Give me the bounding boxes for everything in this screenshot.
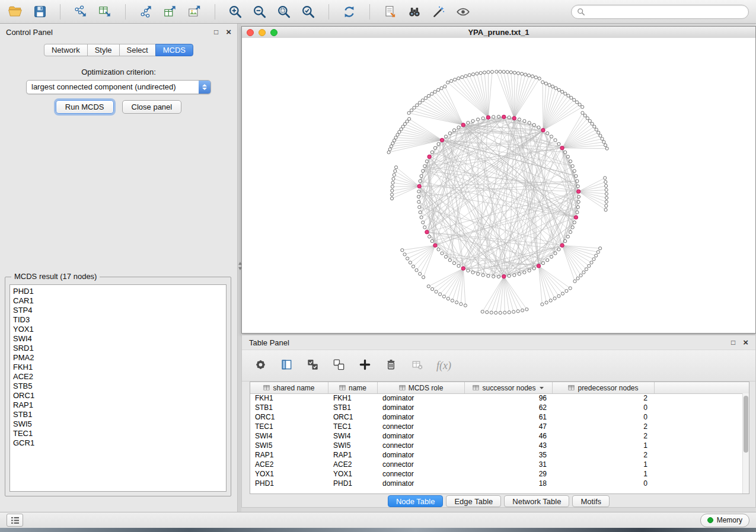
zoom-out-icon[interactable]	[251, 4, 268, 20]
table-cell[interactable]: ORC1	[328, 412, 378, 422]
table-cell[interactable]: 18	[465, 479, 553, 488]
table-cell[interactable]: PHD1	[328, 479, 378, 488]
table-cell[interactable]: 1	[553, 469, 655, 479]
tab-network-table[interactable]: Network Table	[504, 495, 569, 507]
table-cell[interactable]: PHD1	[250, 479, 328, 488]
column-header-mcds-role[interactable]: MCDS role	[378, 382, 465, 393]
table-cell[interactable]: dominator	[378, 403, 465, 412]
table-cell[interactable]: connector	[378, 422, 465, 431]
export-network-icon[interactable]	[138, 4, 154, 20]
table-cell[interactable]: 0	[553, 412, 655, 422]
open-icon[interactable]	[7, 4, 24, 20]
table-cell[interactable]: TEC1	[250, 422, 328, 431]
mcds-result-item[interactable]: SWI5	[13, 419, 226, 429]
maximize-window-icon[interactable]	[270, 29, 277, 36]
table-cell[interactable]: FKH1	[250, 393, 328, 403]
table-cell[interactable]: RAP1	[250, 450, 328, 460]
table-row[interactable]: PHD1PHD1dominator180	[250, 479, 742, 488]
table-cell[interactable]: YOX1	[328, 469, 378, 479]
delete-icon[interactable]	[384, 358, 398, 374]
mcds-result-item[interactable]: SWI4	[13, 334, 226, 344]
table-cell[interactable]: 96	[465, 393, 553, 403]
network-window-titlebar[interactable]: YPA_prune.txt_1	[242, 27, 755, 39]
import-table-icon[interactable]	[97, 4, 113, 20]
table-cell[interactable]: STB1	[328, 403, 378, 412]
tab-edge-table[interactable]: Edge Table	[446, 495, 501, 507]
mcds-result-item[interactable]: ACE2	[13, 372, 226, 382]
mcds-result-item[interactable]: STP4	[13, 306, 226, 315]
table-cell[interactable]: SWI4	[328, 431, 378, 441]
refresh-icon[interactable]	[341, 4, 358, 20]
table-scrollbar[interactable]	[742, 393, 749, 493]
table-cell[interactable]: 2	[553, 422, 655, 431]
mcds-result-item[interactable]: TEC1	[13, 429, 226, 438]
table-cell[interactable]: 46	[465, 431, 553, 441]
close-panel-icon[interactable]: ×	[226, 28, 231, 36]
table-cell[interactable]: ACE2	[250, 460, 328, 469]
export-table-icon[interactable]	[162, 4, 178, 20]
share-document-icon[interactable]	[382, 4, 398, 20]
column-header-successor-nodes[interactable]: successor nodes	[465, 382, 553, 393]
zoom-fit-icon[interactable]	[276, 4, 292, 20]
add-column-icon[interactable]	[358, 358, 372, 374]
tab-motifs[interactable]: Motifs	[572, 495, 610, 507]
table-row[interactable]: TEC1TEC1connector472	[250, 422, 742, 431]
float-panel-icon[interactable]: □	[214, 28, 218, 36]
network-graph[interactable]	[242, 38, 755, 333]
table-cell[interactable]: STB1	[250, 403, 328, 412]
panel-splitter[interactable]	[237, 24, 241, 512]
tab-network[interactable]: Network	[44, 44, 88, 56]
table-cell[interactable]: SWI5	[328, 441, 378, 450]
tab-node-table[interactable]: Node Table	[388, 495, 444, 507]
table-cell[interactable]: 0	[553, 403, 655, 412]
save-icon[interactable]	[31, 4, 48, 20]
table-row[interactable]: YOX1YOX1connector291	[250, 469, 742, 479]
column-header-shared-name[interactable]: shared name	[250, 382, 328, 393]
table-cell[interactable]: SWI5	[250, 441, 328, 450]
table-cell[interactable]: 2	[553, 431, 655, 441]
table-cell[interactable]: 1	[553, 441, 655, 450]
mcds-result-item[interactable]: PMA2	[13, 353, 226, 363]
memory-button[interactable]: Memory	[700, 514, 749, 527]
table-cell[interactable]: 2	[553, 393, 655, 403]
table-cell[interactable]: YOX1	[250, 469, 328, 479]
eye-icon[interactable]	[455, 4, 471, 20]
close-panel-button[interactable]: Close panel	[122, 100, 182, 114]
mcds-result-item[interactable]: FKH1	[13, 363, 226, 372]
gear-icon[interactable]	[254, 358, 267, 374]
table-row[interactable]: STB1STB1dominator620	[250, 403, 742, 412]
float-table-panel-icon[interactable]: □	[731, 339, 735, 346]
tab-style[interactable]: Style	[87, 44, 120, 56]
table-cell[interactable]: dominator	[378, 431, 465, 441]
mcds-result-list[interactable]: PHD1CAR1STP4TID3YOX1SWI4SRD1PMA2FKH1ACE2…	[9, 284, 227, 492]
column-header-name[interactable]: name	[328, 382, 378, 393]
table-cell[interactable]: RAP1	[328, 450, 378, 460]
select-all-icon[interactable]	[306, 358, 320, 374]
network-canvas[interactable]	[242, 38, 755, 333]
tab-mcds[interactable]: MCDS	[155, 44, 193, 56]
table-cell[interactable]: 47	[465, 422, 553, 431]
table-cell[interactable]: 43	[465, 441, 553, 450]
mcds-result-item[interactable]: ORC1	[13, 391, 226, 400]
table-cell[interactable]: connector	[378, 460, 465, 469]
table-cell[interactable]: dominator	[378, 412, 465, 422]
run-mcds-button[interactable]: Run MCDS	[56, 100, 114, 114]
table-row[interactable]: ACE2ACE2connector311	[250, 460, 742, 469]
zoom-in-icon[interactable]	[227, 4, 244, 20]
table-cell[interactable]: 1	[553, 460, 655, 469]
table-row[interactable]: SWI5SWI5connector431	[250, 441, 742, 450]
mcds-result-item[interactable]: CAR1	[13, 296, 226, 306]
mcds-result-item[interactable]: STB5	[13, 382, 226, 391]
table-cell[interactable]: 35	[465, 450, 553, 460]
minimize-window-icon[interactable]	[259, 29, 266, 36]
table-row[interactable]: FKH1FKH1dominator962	[250, 393, 742, 403]
mcds-result-item[interactable]: STB1	[13, 410, 226, 419]
table-cell[interactable]: 31	[465, 460, 553, 469]
close-table-panel-icon[interactable]: ×	[743, 339, 748, 346]
mcds-result-item[interactable]: RAP1	[13, 400, 226, 410]
tab-select[interactable]: Select	[119, 44, 156, 56]
table-cell[interactable]: dominator	[378, 393, 465, 403]
deselect-all-icon[interactable]	[332, 358, 346, 374]
column-icon[interactable]	[280, 358, 294, 374]
export-image-icon[interactable]	[186, 4, 203, 20]
